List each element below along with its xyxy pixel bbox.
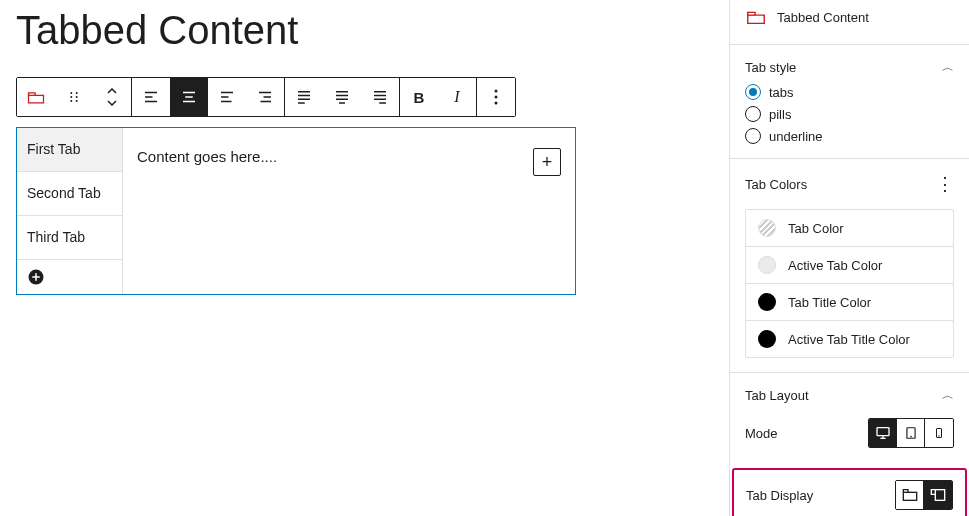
block-name: Tabbed Content — [777, 10, 869, 25]
tablet-mode-button[interactable] — [897, 419, 925, 447]
tab-display-segmented — [895, 480, 953, 510]
option-label: tabs — [769, 85, 794, 100]
vertical-tabs-icon — [930, 488, 946, 502]
svg-point-12 — [910, 436, 911, 437]
tab-block-icon — [745, 6, 767, 28]
align-text-right-button[interactable] — [246, 78, 284, 116]
tab-item[interactable]: First Tab — [17, 128, 122, 172]
color-label: Tab Color — [788, 221, 844, 236]
svg-point-2 — [70, 100, 72, 102]
option-label: underline — [769, 129, 823, 144]
color-swatch — [758, 293, 776, 311]
drag-icon — [66, 89, 82, 105]
svg-point-1 — [70, 96, 72, 98]
svg-point-8 — [495, 102, 498, 105]
radio-icon — [745, 84, 761, 100]
tab-display-label: Tab Display — [746, 488, 813, 503]
svg-rect-15 — [903, 492, 916, 500]
plus-circle-icon — [27, 268, 45, 286]
justify-center-button[interactable] — [323, 78, 361, 116]
block-toolbar: B I — [16, 77, 516, 117]
color-swatch — [758, 219, 776, 237]
color-swatch — [758, 256, 776, 274]
tabs-column: First Tab Second Tab Third Tab — [17, 128, 123, 294]
kebab-icon — [494, 89, 498, 105]
color-label: Tab Title Color — [788, 295, 871, 310]
tab-colors-panel-toggle[interactable]: Tab Colors ⋮ — [745, 173, 954, 195]
radio-icon — [745, 106, 761, 122]
panel-title: Tab Colors — [745, 177, 807, 192]
tab-item[interactable]: Second Tab — [17, 172, 122, 216]
add-tab-button[interactable] — [17, 260, 122, 294]
color-list: Tab Color Active Tab Color Tab Title Col… — [745, 209, 954, 358]
tab-content-area[interactable]: Content goes here.... + — [123, 128, 575, 294]
chevron-up-icon: ︿ — [942, 387, 954, 404]
option-label: pills — [769, 107, 791, 122]
mobile-mode-button[interactable] — [925, 419, 953, 447]
svg-point-3 — [76, 92, 78, 94]
page-title: Tabbed Content — [16, 8, 713, 53]
panel-title: Tab Layout — [745, 388, 809, 403]
align-text-left-button[interactable] — [208, 78, 246, 116]
desktop-icon — [875, 425, 891, 441]
tab-layout-panel-toggle[interactable]: Tab Layout ︿ — [745, 387, 954, 404]
color-setting-row[interactable]: Tab Title Color — [746, 284, 953, 321]
horizontal-tabs-icon — [902, 488, 918, 502]
radio-icon — [745, 128, 761, 144]
svg-point-6 — [495, 90, 498, 93]
align-left-icon — [142, 88, 160, 106]
add-block-button[interactable]: + — [533, 148, 561, 176]
drag-handle-button[interactable] — [55, 78, 93, 116]
text-align-right-icon — [256, 88, 274, 106]
mode-label: Mode — [745, 426, 778, 441]
horizontal-display-button[interactable] — [896, 481, 924, 509]
mobile-icon — [933, 425, 945, 441]
tablet-icon — [904, 425, 918, 441]
tab-display-row: Tab Display — [732, 468, 967, 516]
tab-style-option[interactable]: tabs — [745, 84, 954, 100]
move-updown-icon — [105, 88, 119, 106]
color-label: Active Tab Title Color — [788, 332, 910, 347]
justify-left-icon — [295, 88, 313, 106]
tab-style-option[interactable]: underline — [745, 128, 954, 144]
block-type-button[interactable] — [17, 78, 55, 116]
panel-title: Tab style — [745, 60, 796, 75]
tab-style-panel-toggle[interactable]: Tab style ︿ — [745, 59, 954, 76]
align-center-icon — [180, 88, 198, 106]
svg-point-5 — [76, 100, 78, 102]
justify-left-button[interactable] — [285, 78, 323, 116]
mode-segmented — [868, 418, 954, 448]
tab-item[interactable]: Third Tab — [17, 216, 122, 260]
svg-point-14 — [939, 436, 940, 437]
svg-point-7 — [495, 96, 498, 99]
tabbed-content-block: First Tab Second Tab Third Tab Content g… — [16, 127, 576, 295]
color-setting-row[interactable]: Active Tab Title Color — [746, 321, 953, 357]
svg-rect-10 — [877, 428, 889, 436]
justify-right-icon — [371, 88, 389, 106]
svg-point-4 — [76, 96, 78, 98]
vertical-display-button[interactable] — [924, 481, 952, 509]
kebab-icon[interactable]: ⋮ — [936, 173, 954, 195]
settings-sidebar: Tabbed Content Tab style ︿ tabs pills un… — [729, 0, 969, 516]
color-swatch — [758, 330, 776, 348]
content-placeholder: Content goes here.... — [137, 148, 277, 165]
justify-right-button[interactable] — [361, 78, 399, 116]
desktop-mode-button[interactable] — [869, 419, 897, 447]
bold-button[interactable]: B — [400, 78, 438, 116]
justify-center-icon — [333, 88, 351, 106]
text-align-left-icon — [218, 88, 236, 106]
color-setting-row[interactable]: Active Tab Color — [746, 247, 953, 284]
italic-button[interactable]: I — [438, 78, 476, 116]
tab-block-icon — [26, 87, 46, 107]
align-left-button[interactable] — [132, 78, 170, 116]
color-label: Active Tab Color — [788, 258, 882, 273]
align-center-button[interactable] — [170, 78, 208, 116]
move-updown-button[interactable] — [93, 78, 131, 116]
chevron-up-icon: ︿ — [942, 59, 954, 76]
svg-rect-16 — [935, 490, 944, 501]
svg-point-0 — [70, 92, 72, 94]
more-options-button[interactable] — [477, 78, 515, 116]
tab-style-option[interactable]: pills — [745, 106, 954, 122]
color-setting-row[interactable]: Tab Color — [746, 210, 953, 247]
